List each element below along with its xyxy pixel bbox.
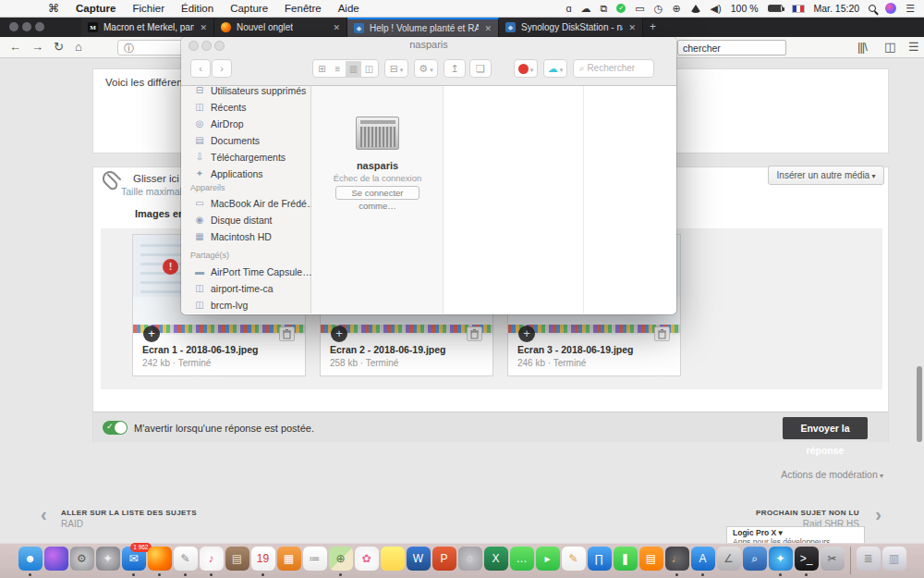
battery-icon[interactable] [768,5,783,12]
dock-icon-app-store[interactable]: A [691,547,715,571]
dock-icon-downloads-stack[interactable]: ≣ [857,547,881,571]
prev-topic-sub[interactable]: RAID [61,519,83,529]
dock-icon-word[interactable]: W [407,547,431,571]
moderation-actions-dropdown[interactable]: Actions de modération [781,469,883,480]
tab-help-volume-raid[interactable]: ◆ Help ! Volume planté et RAID e [347,18,499,37]
view-mode-segments[interactable]: ⊞≡▥◫ [312,59,379,78]
finder-back-button[interactable]: ‹ [190,59,211,78]
spotlight-icon[interactable] [869,5,876,12]
wifi-icon[interactable] [690,5,701,13]
dock-icon-safari[interactable]: ✦ [769,547,793,571]
sidebar-item-remote-disc[interactable]: ◉Disque distant [181,212,311,228]
menu-app-name[interactable]: Capture [76,3,116,14]
sidebar-toggle-icon[interactable]: ◫ [884,40,895,54]
cloud-sync-menu-icon[interactable]: ☁ [581,4,591,14]
menu-item-aide[interactable]: Aide [338,3,359,14]
sidebar-item-documents[interactable]: ▤Documents [181,132,311,148]
dock-icon-notebook-orange[interactable]: ▦ [277,547,301,571]
finder-close-button[interactable] [188,41,199,51]
delete-image-button[interactable] [279,326,295,341]
menu-item-fenetre[interactable]: Fenêtre [285,3,322,14]
screen-menu-icon[interactable]: ▭ [635,4,644,14]
dock-icon-powerpoint[interactable]: P [432,547,456,571]
dock-icon-keynote[interactable]: ∏ [588,547,612,571]
text-search-menu-icon[interactable]: ɑ [565,4,571,14]
action-gear-button[interactable]: ⚙ [414,59,438,78]
time-machine-menu-icon[interactable]: ◷ [654,4,663,14]
finder-zoom-button[interactable] [214,41,225,51]
siri-icon[interactable] [885,3,896,14]
dock-icon-launchpad[interactable]: ✦ [96,547,120,571]
dock-icon-finder[interactable]: ☻ [18,547,43,571]
dock-icon-contacts[interactable]: ▤ [225,547,249,571]
next-chevron-icon[interactable]: › [875,504,881,525]
home-icon[interactable]: ⌂ [75,40,82,54]
new-tab-button[interactable]: + [650,20,656,33]
sidebar-item-brcm-lvg[interactable]: ◫brcm-lvg [181,297,311,313]
dock-icon-level-tool[interactable]: ∠ [717,547,741,571]
dock-icon-system-preferences[interactable]: ⚙ [70,547,94,571]
sidebar-item-applications[interactable]: ✦Applications [181,166,311,181]
menu-item-fichier[interactable]: Fichier [132,3,164,14]
red-app-toolbar-button[interactable] [514,59,538,78]
prev-chevron-icon[interactable]: ‹ [41,504,47,525]
dock-icon-reminders[interactable]: ≔ [303,547,327,571]
insert-image-button[interactable]: + [143,326,160,342]
tab-nouvel-onglet[interactable]: Nouvel onglet [214,18,347,37]
column-view-icon[interactable]: ▥ [346,61,361,78]
sidebar-item-macintosh-hd[interactable]: ▦Macintosh HD [181,228,311,244]
attach-limit-link[interactable]: Taille maximal [121,186,182,197]
sidebar-item-recents[interactable]: ◫Récents [181,99,311,115]
apple-menu-icon[interactable]: ⌘ [48,2,59,15]
delete-image-button[interactable] [654,326,670,341]
dock-icon-blue-utility[interactable]: ⌕ [743,547,767,571]
dock-icon-ibooks[interactable]: ▤ [639,547,663,571]
input-language-flag-icon[interactable] [792,5,805,13]
sidebar-item-airdrop[interactable]: ◎AirDrop [181,116,311,131]
tab-close-icon[interactable] [484,24,492,33]
window-close-button[interactable] [9,22,18,31]
dock-icon-siri[interactable] [44,547,68,571]
tab-synology-diskstation[interactable]: ◆ Synology DiskStation - nasparis [499,18,643,37]
dock-icon-trash[interactable]: ▥ [882,547,906,571]
sidebar-item-downloads[interactable]: ⇩Téléchargements [181,149,311,165]
dock-icon-calendar[interactable]: 19 [251,547,275,571]
hamburger-menu-icon[interactable]: ☰ [908,40,919,54]
browser-search-input[interactable] [677,40,786,55]
prev-topic-link[interactable]: ALLER SUR LA LISTE DES SUJETS [61,509,197,517]
notification-center-icon[interactable]: ☰ [906,4,915,14]
insert-media-button[interactable]: Insérer un autre média [768,166,884,185]
menu-item-capture[interactable]: Capture [230,3,268,14]
insert-image-button[interactable]: + [518,326,535,342]
finder-title-bar[interactable]: nasparis [181,37,676,53]
reload-icon[interactable]: ↻ [54,40,64,54]
volume-icon[interactable]: ◀) [711,4,722,14]
dock-icon-itunes[interactable]: ♪ [200,547,224,571]
tab-macron-merkel[interactable]: M Macron et Merkel, partenaires [81,18,214,37]
nas-server-icon[interactable] [356,117,399,150]
dock-icon-numbers[interactable]: ❚ [614,547,638,571]
finder-minimize-button[interactable] [201,41,212,51]
library-icon[interactable]: |||\ [857,40,867,54]
dock-icon-pages[interactable]: ✎ [562,547,586,571]
coverflow-view-icon[interactable]: ◫ [361,61,377,78]
scrollbar-thumb[interactable] [917,366,922,442]
sidebar-item-deleted-users[interactable]: ⊟Utilisateurs supprimés [181,86,311,98]
insert-image-button[interactable]: + [331,326,347,342]
dock-icon-onedrive[interactable]: ◌ [458,547,482,571]
menu-item-edition[interactable]: Édition [181,3,213,14]
dock-icon-mail[interactable]: ✉1 962 [122,547,146,571]
next-topic-link[interactable]: PROCHAIN SUJET NON LU [756,509,859,517]
window-minimize-button[interactable] [22,22,31,31]
forward-icon[interactable]: → [31,40,43,54]
tab-close-icon[interactable] [333,23,340,32]
sidebar-item-macbook-air[interactable]: ▭MacBook Air de Frédé… [181,195,311,211]
dock-icon-facetime[interactable]: ▸ [536,547,560,571]
dock-icon-garageband[interactable]: ♩ [665,547,689,571]
displays-menu-icon[interactable]: ⧉ [601,4,608,14]
finder-forward-button[interactable]: › [212,59,232,78]
sidebar-item-airport-time-ca[interactable]: ◫airport-time-ca [181,280,311,296]
dock-icon-firefox[interactable] [148,547,172,571]
dock-icon-maps[interactable]: ⊕ [329,547,353,571]
tab-close-icon[interactable] [628,23,636,32]
